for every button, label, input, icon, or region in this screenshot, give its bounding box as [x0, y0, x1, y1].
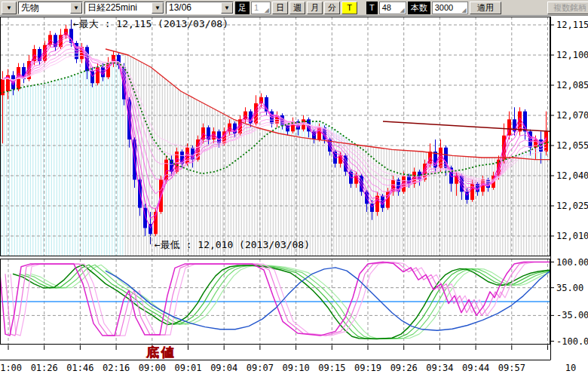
svg-text:12,025: 12,025: [556, 201, 588, 211]
toolbar: ▼ 先物 ▼ 日経225mini ▼ 13/06 ▼ 足 1 ◢ 日 週 月 分…: [0, 0, 588, 16]
svg-text:09:00: 09:00: [139, 363, 166, 373]
svg-text:12,115: 12,115: [556, 20, 588, 30]
svg-text:12,010: 12,010: [556, 231, 588, 241]
svg-text:01:00: 01:00: [0, 363, 22, 373]
svg-text:-35.00: -35.00: [556, 310, 588, 320]
svg-text:10: 10: [565, 363, 576, 373]
category-value: 先物: [19, 2, 70, 14]
bar-count-label: 本数: [408, 2, 430, 14]
spinner-icon[interactable]: ◢: [400, 8, 405, 14]
svg-text:-100.00: -100.00: [556, 336, 588, 347]
symbol-value: 日経225mini: [85, 2, 152, 14]
svg-text:35.00: 35.00: [556, 283, 583, 293]
chevron-down-icon[interactable]: ▼: [221, 2, 233, 14]
svg-text:←最低 : 12,010 (2013/03/08): ←最低 : 12,010 (2013/03/08): [155, 239, 310, 250]
spinner-icon[interactable]: ◢: [265, 8, 269, 14]
period-minute-button[interactable]: 分: [324, 2, 340, 14]
tick-count-stepper[interactable]: 48 ◢: [379, 2, 406, 14]
chart-area: 12,11512,10012,08512,07012,05512,04012,0…: [0, 16, 588, 377]
interval-value: 1: [254, 3, 265, 12]
period-day-button[interactable]: 日: [272, 2, 288, 14]
svg-text:底値: 底値: [145, 345, 176, 360]
svg-text:09:19: 09:19: [354, 363, 381, 373]
svg-text:12,055: 12,055: [556, 140, 588, 151]
apply-button[interactable]: 適用: [470, 2, 501, 14]
multi-symbol-button[interactable]: 複数銘柄: [547, 2, 588, 14]
candlestick-chart-svg: 12,11512,10012,08512,07012,05512,04012,0…: [0, 16, 588, 377]
svg-text:09:04: 09:04: [210, 363, 237, 373]
svg-text:01:46: 01:46: [66, 363, 93, 373]
bar-type-label: 足: [235, 2, 250, 14]
svg-text:09:07: 09:07: [247, 363, 274, 373]
svg-text:09:26: 09:26: [390, 363, 418, 373]
period-tick-button[interactable]: T: [341, 2, 357, 14]
left-dropdown-button[interactable]: ▼: [2, 2, 17, 14]
trading-app: { "toolbar": { "left_dropdown_icon": "▼"…: [0, 0, 588, 377]
svg-text:09:44: 09:44: [462, 363, 489, 373]
svg-text:12,085: 12,085: [556, 80, 588, 90]
svg-text:01:26: 01:26: [31, 363, 58, 373]
svg-text:100.00: 100.00: [556, 257, 588, 268]
chevron-down-icon[interactable]: ▼: [70, 2, 82, 14]
category-select[interactable]: 先物 ▼: [18, 2, 83, 14]
period-month-button[interactable]: 月: [307, 2, 323, 14]
tick-label: T: [366, 2, 378, 14]
svg-text:09:01: 09:01: [174, 363, 201, 373]
spinner-icon[interactable]: ◢: [462, 8, 467, 14]
tick-count-value: 48: [382, 3, 400, 12]
svg-text:←最大 : 12,115 (2013/03/08): ←最大 : 12,115 (2013/03/08): [73, 18, 228, 29]
svg-text:12,070: 12,070: [556, 110, 588, 121]
svg-text:09:34: 09:34: [426, 363, 453, 373]
svg-text:09:57: 09:57: [498, 363, 525, 373]
chevron-down-icon: ▼: [6, 5, 12, 11]
chevron-down-icon[interactable]: ▼: [152, 2, 164, 14]
svg-text:12,100: 12,100: [556, 50, 588, 60]
period-week-button[interactable]: 週: [289, 2, 305, 14]
contract-value: 13/06: [167, 2, 221, 13]
svg-text:02:16: 02:16: [103, 363, 130, 373]
contract-select[interactable]: 13/06 ▼: [166, 2, 234, 14]
bar-count-value: 3000: [435, 3, 462, 12]
bar-count-stepper[interactable]: 3000 ◢: [432, 2, 468, 14]
interval-stepper[interactable]: 1 ◢: [251, 2, 271, 14]
svg-text:09:15: 09:15: [318, 363, 345, 373]
svg-text:12,040: 12,040: [556, 170, 588, 181]
symbol-select[interactable]: 日経225mini ▼: [84, 2, 164, 14]
svg-text:09:10: 09:10: [283, 363, 310, 373]
